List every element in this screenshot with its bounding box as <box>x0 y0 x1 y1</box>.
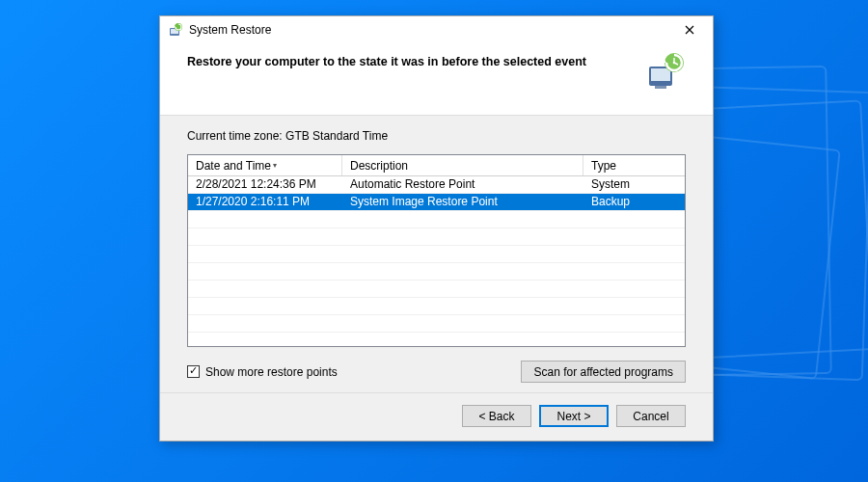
wizard-footer: < Back Next > Cancel <box>160 392 713 441</box>
cell-date: 1/27/2020 2:16:11 PM <box>188 194 342 210</box>
table-row <box>188 246 685 263</box>
titlebar-title: System Restore <box>189 23 271 37</box>
close-button[interactable] <box>674 19 705 40</box>
restore-large-icon <box>645 51 686 92</box>
table-row <box>188 298 685 315</box>
svg-rect-5 <box>655 86 666 89</box>
column-header-desc-label: Description <box>350 159 408 173</box>
titlebar: System Restore <box>160 16 713 43</box>
wizard-content: Current time zone: GTB Standard Time Dat… <box>160 116 713 392</box>
next-button[interactable]: Next > <box>539 405 609 427</box>
below-list-controls: Show more restore points Scan for affect… <box>187 361 686 383</box>
cell-description: Automatic Restore Point <box>342 176 583 193</box>
table-row <box>188 211 685 228</box>
scan-affected-button[interactable]: Scan for affected programs <box>521 361 686 383</box>
cancel-button[interactable]: Cancel <box>616 405 686 427</box>
system-restore-dialog: System Restore Restore your computer to … <box>159 15 714 442</box>
table-row <box>188 228 685 246</box>
table-row <box>188 281 685 298</box>
table-row <box>188 315 685 333</box>
cell-type: System <box>583 176 685 193</box>
wizard-header: Restore your computer to the state it wa… <box>160 43 713 111</box>
back-button[interactable]: < Back <box>462 405 531 427</box>
sort-indicator-icon: ▾ <box>273 161 277 170</box>
table-row <box>188 333 685 347</box>
column-header-type[interactable]: Type <box>583 155 685 175</box>
timezone-label: Current time zone: GTB Standard Time <box>187 129 686 143</box>
column-header-type-label: Type <box>591 159 616 173</box>
restore-points-list[interactable]: Date and Time ▾ Description Type 2/28/20… <box>187 154 686 347</box>
cell-type: Backup <box>583 194 685 210</box>
system-restore-icon <box>168 22 183 38</box>
table-row[interactable]: 2/28/2021 12:24:36 PM Automatic Restore … <box>188 176 685 194</box>
checkbox-icon <box>187 365 200 378</box>
list-header: Date and Time ▾ Description Type <box>188 155 685 176</box>
close-icon <box>685 25 694 35</box>
table-row <box>188 263 685 281</box>
list-body: 2/28/2021 12:24:36 PM Automatic Restore … <box>188 176 685 347</box>
wizard-heading: Restore your computer to the state it wa… <box>187 51 626 68</box>
column-header-description[interactable]: Description <box>342 155 583 175</box>
show-more-checkbox[interactable]: Show more restore points <box>187 365 338 379</box>
column-header-date[interactable]: Date and Time ▾ <box>188 155 342 175</box>
cell-date: 2/28/2021 12:24:36 PM <box>188 176 342 193</box>
cell-description: System Image Restore Point <box>342 194 583 210</box>
table-row[interactable]: 1/27/2020 2:16:11 PM System Image Restor… <box>188 194 685 211</box>
column-header-date-label: Date and Time <box>196 159 271 173</box>
svg-rect-4 <box>651 68 670 81</box>
show-more-label: Show more restore points <box>205 365 338 379</box>
